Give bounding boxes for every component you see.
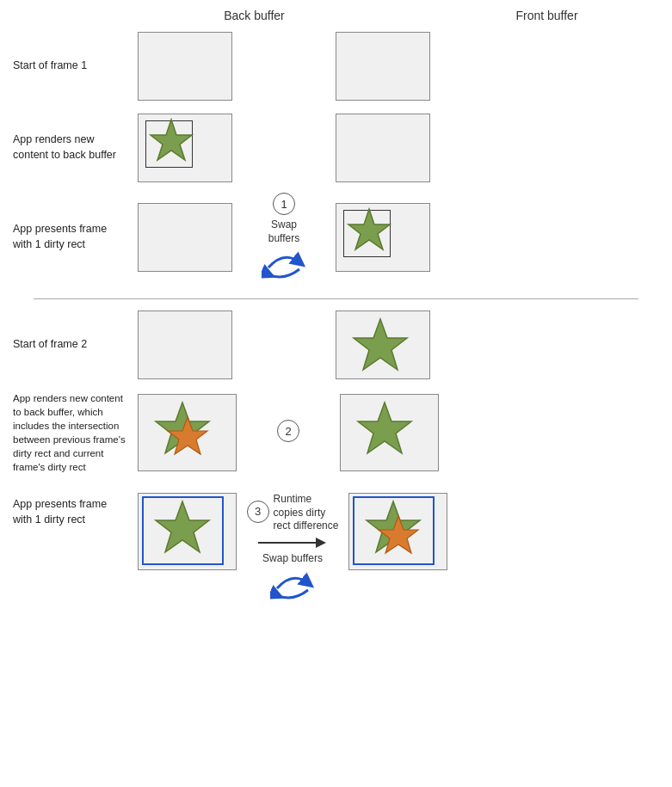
circle-1: 1 (273, 193, 295, 215)
middle-frame2-renders: 2 (237, 420, 340, 446)
star-front-f2s (342, 315, 419, 384)
dirty-rect-blue-back-f2p (142, 496, 224, 565)
back-buffer-frame2-renders (138, 394, 237, 471)
row-frame2-presents: App presents framewith 1 dirty rect 3 Ru… (0, 484, 672, 601)
swap-label-2: Swap buffers (262, 552, 323, 566)
front-buffer-frame1-presents (336, 203, 430, 272)
row-label-frame2-start: Start of frame 2 (0, 337, 138, 353)
buffers-frame1-start (138, 32, 672, 101)
back-buffer-frame1-start (138, 32, 232, 101)
row-label-frame1-presents: App presents framewith 1 dirty rect (0, 222, 138, 252)
back-buffer-header: Back buffer (186, 9, 324, 22)
svg-marker-5 (358, 403, 411, 453)
buffers-frame2-renders: 2 (138, 394, 672, 471)
front-buffer-frame2-renders (340, 394, 439, 471)
star-back-f1r (142, 116, 200, 175)
swap-arrows-2 (270, 569, 315, 602)
arrow-right-f2p (254, 535, 331, 550)
row-label-frame1-renders: App renders newcontent to back buffer (0, 132, 138, 163)
middle-frame2-presents: 3 Runtimecopies dirtyrect difference Swa… (237, 493, 348, 601)
front-buffer-frame2-presents (348, 493, 447, 570)
circle-3: 3 (247, 501, 269, 523)
circle-2: 2 (277, 420, 299, 442)
row-label-frame2-presents: App presents framewith 1 dirty rect (0, 489, 138, 527)
back-buffer-frame1-renders (138, 114, 232, 182)
svg-marker-1 (348, 209, 390, 249)
front-buffer-header: Front buffer (478, 9, 616, 22)
row-frame1-presents: App presents framewith 1 dirty rect 1 Sw… (0, 193, 672, 281)
row-frame2-renders: App renders new content to back buffer, … (0, 390, 672, 476)
swap-arrows-1 (262, 249, 306, 281)
star-front-f2r (346, 398, 423, 467)
middle-frame1-presents: 1 Swapbuffers (232, 193, 336, 281)
front-buffer-frame1-start (336, 32, 430, 101)
buffers-frame1-presents: 1 Swapbuffers (138, 193, 672, 281)
section-divider (34, 298, 638, 299)
svg-marker-4 (168, 417, 207, 454)
column-headers: Back buffer Front buffer (0, 9, 672, 22)
svg-marker-2 (354, 319, 407, 370)
svg-marker-0 (151, 120, 192, 160)
runtime-label: Runtimecopies dirtyrect difference (274, 493, 339, 533)
buffers-frame2-start (138, 310, 672, 379)
dirty-rect-blue-front-f2p (353, 496, 435, 565)
back-buffer-frame2-start (138, 310, 232, 379)
buffers-frame2-presents: 3 Runtimecopies dirtyrect difference Swa… (138, 489, 672, 601)
row-label-frame1-start: Start of frame 1 (0, 58, 138, 74)
row-frame1-renders: App renders newcontent to back buffer (0, 111, 672, 184)
row-label-frame2-renders: App renders new content to back buffer, … (0, 391, 138, 475)
star-front-f1p (340, 206, 398, 264)
back-buffer-frame1-presents (138, 203, 232, 272)
row-frame2-start: Start of frame 2 (0, 308, 672, 381)
main-layout: Back buffer Front buffer Start of frame … (0, 0, 672, 787)
back-buffer-frame2-presents (138, 493, 237, 570)
swap-label-1: Swapbuffers (268, 218, 299, 245)
buffers-frame1-renders (138, 114, 672, 182)
front-buffer-frame2-start (336, 310, 430, 379)
orange-star-back-f2r (157, 414, 218, 467)
row-frame1-start: Start of frame 1 (0, 29, 672, 102)
front-buffer-frame1-renders (336, 114, 430, 182)
